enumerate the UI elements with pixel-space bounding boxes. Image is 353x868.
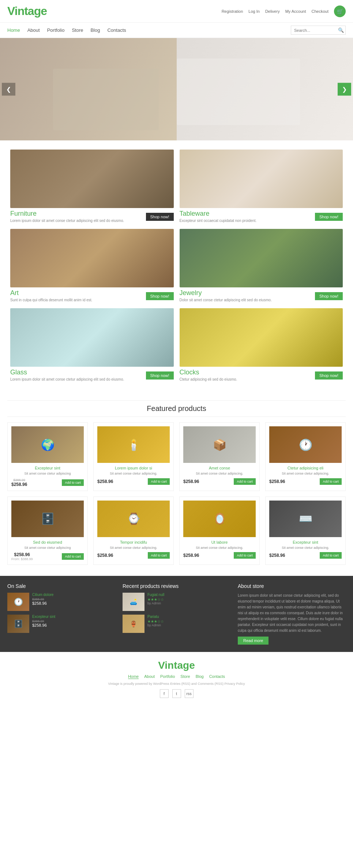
jewelry-info: Jewelry Dolor sit amet conse ctetur adip… <box>180 289 272 303</box>
product-watch-price: $258.96 <box>97 553 113 558</box>
jewelry-shop-button[interactable]: Shop now! <box>315 292 343 300</box>
checkout-link[interactable]: Checkout <box>312 9 328 14</box>
furniture-title: Furniture <box>10 210 124 218</box>
category-glass: Glass Lorem ipsum dolor sit amet conse c… <box>7 308 177 382</box>
product-typewriter-name: Excepteur sint <box>269 540 342 544</box>
nav-store[interactable]: Store <box>72 27 83 33</box>
product-globes-name: Excepteur sint <box>11 466 84 470</box>
footer-nav-portfolio[interactable]: Portfolio <box>160 674 175 679</box>
product-mirror-add-cart[interactable]: Add to cart <box>234 552 256 559</box>
search-icon: 🔍 <box>338 27 344 33</box>
hero-slider: ❮ ❯ <box>0 38 353 140</box>
glass-title: Glass <box>10 369 124 376</box>
nav-about[interactable]: About <box>27 27 40 33</box>
product-globes-prices: $388.99 $258.96 <box>11 478 27 487</box>
site-footer: Vintage Home About Portfolio Store Blog … <box>0 652 353 705</box>
twitter-icon[interactable]: t <box>172 689 181 698</box>
on-sale-title: On Sale <box>7 583 115 589</box>
review-item-2-stars: ★★★☆☆ <box>147 619 164 623</box>
product-cabinet-price-row: $258.96 From: $388.99 Add to cart <box>11 552 84 561</box>
product-candlesticks-price: $258.96 <box>97 479 113 484</box>
product-candlesticks-name: Lorem ipsum dolor si <box>97 466 170 470</box>
product-watch: ⌚ Tempor incidifu Sit amet conse ctetur … <box>93 497 174 565</box>
glass-shop-button[interactable]: Shop now! <box>146 371 174 380</box>
art-title: Art <box>10 289 92 297</box>
product-candlesticks-add-cart[interactable]: Add to cart <box>148 478 170 485</box>
on-sale-section: On Sale 🕐 Cilium dolore $388.99 $258.96 … <box>7 583 115 645</box>
footer-nav-about[interactable]: About <box>144 674 155 679</box>
product-watch-add-cart[interactable]: Add to cart <box>148 552 170 559</box>
product-box-image: 📦 <box>183 426 256 463</box>
art-shop-button[interactable]: Shop now! <box>146 292 174 300</box>
read-more-button[interactable]: Read more <box>238 637 268 645</box>
glass-footer: Glass Lorem ipsum dolor sit amet conse c… <box>10 369 174 382</box>
categories-grid: Furniture Lorem ipsum dolor sit amet con… <box>0 144 353 393</box>
hero-prev-button[interactable]: ❮ <box>2 83 15 96</box>
social-icons: f t rss <box>7 689 346 698</box>
category-furniture: Furniture Lorem ipsum dolor sit amet con… <box>7 150 177 223</box>
rss-icon[interactable]: rss <box>185 689 194 698</box>
my-account-link[interactable]: My Account <box>285 9 306 14</box>
review-item-1-stars: ★★★☆☆ <box>147 597 164 601</box>
product-mirror-image: 🪞 <box>183 501 256 537</box>
product-globes-desc: Sit amet conse ctetur adipiscing <box>11 472 84 476</box>
furniture-shop-button[interactable]: Shop now! <box>146 213 174 221</box>
product-clock-desc: Sit amet conse ctetur adipiscing. <box>269 472 342 476</box>
glass-image <box>10 308 174 367</box>
cart-button[interactable]: 🛒 <box>334 5 346 17</box>
delivery-link[interactable]: Delivery <box>265 9 280 14</box>
product-candlesticks-desc: Sit amet conse ctetur adipiscing. <box>97 472 170 476</box>
product-typewriter-desc: Sit amet conse ctetur adipiscing. <box>269 546 342 550</box>
products-row-1: 🌍 Excepteur sint Sit amet conse ctetur a… <box>7 422 346 491</box>
product-typewriter-add-cart[interactable]: Add to cart <box>320 552 342 559</box>
product-globes-image: 🌍 <box>11 426 84 463</box>
registration-link[interactable]: Registration <box>222 9 243 14</box>
footer-nav-blog[interactable]: Blog <box>196 674 204 679</box>
product-cabinet-image: 🗄️ <box>11 501 84 537</box>
about-store-text: Lorem ipsum dolor sit amet conse ctetur … <box>238 593 346 634</box>
clocks-shop-button[interactable]: Shop now! <box>315 371 343 380</box>
product-clock-add-cart[interactable]: Add to cart <box>320 478 342 485</box>
review-item-2-by: by Admin <box>147 623 164 627</box>
facebook-icon[interactable]: f <box>160 689 169 698</box>
footer-nav-store[interactable]: Store <box>180 674 190 679</box>
nav-contacts[interactable]: Contacts <box>107 27 126 33</box>
sale-item-1-image: 🕐 <box>7 593 29 611</box>
product-typewriter-price: $258.96 <box>269 553 285 558</box>
nav-portfolio[interactable]: Portfolio <box>47 27 65 33</box>
product-typewriter-price-row: $258.96 Add to cart <box>269 552 342 559</box>
furniture-footer: Furniture Lorem ipsum dolor sit amet con… <box>10 210 174 223</box>
footer-tagline: Vintage is proudly powered by WordPress … <box>7 682 346 686</box>
product-box: 📦 Amet conse Sit amet conse ctetur adipi… <box>179 422 260 491</box>
review-item-2-image: 🏺 <box>123 615 144 633</box>
glass-info: Glass Lorem ipsum dolor sit amet conse c… <box>10 369 124 382</box>
review-item-1-name: Fugiat null <box>147 593 164 597</box>
product-globes-add-cart[interactable]: Add to cart <box>62 479 84 486</box>
tableware-title: Tableware <box>180 210 257 218</box>
clocks-title: Clocks <box>180 369 237 376</box>
product-mirror: 🪞 Ut labore Sit amet conse ctetur adipis… <box>179 497 260 565</box>
footer-nav-home[interactable]: Home <box>128 674 139 679</box>
hero-next-button[interactable]: ❯ <box>338 83 351 96</box>
product-box-add-cart[interactable]: Add to cart <box>234 478 256 485</box>
review-item-1-info: Fugiat null ★★★☆☆ by Admin <box>147 593 164 611</box>
tableware-shop-button[interactable]: Shop now! <box>315 213 343 221</box>
product-box-price-row: $258.96 Add to cart <box>183 478 256 485</box>
login-link[interactable]: Log In <box>248 9 260 14</box>
product-mirror-price: $258.96 <box>183 553 199 558</box>
nav-home[interactable]: Home <box>7 27 20 33</box>
search-input[interactable] <box>294 28 338 33</box>
site-logo[interactable]: Vintage <box>7 4 47 18</box>
sale-item-1: 🕐 Cilium dolore $388.99 $258.96 <box>7 593 115 611</box>
product-candlesticks: 🕯️ Lorem ipsum dolor si Sit amet conse c… <box>93 422 174 491</box>
nav-blog[interactable]: Blog <box>90 27 100 33</box>
product-box-price: $258.96 <box>183 479 199 484</box>
top-bar: Vintage Registration Log In Delivery My … <box>0 0 353 23</box>
tableware-desc: Excepteur sint occaecat cupidatat non pr… <box>180 218 257 223</box>
footer-nav-contacts[interactable]: Contacts <box>209 674 225 679</box>
jewelry-image <box>180 229 343 287</box>
product-cabinet-from: From: $388.99 <box>11 557 33 561</box>
product-cabinet-add-cart[interactable]: Add to cart <box>62 553 84 560</box>
tableware-footer: Tableware Excepteur sint occaecat cupida… <box>180 210 343 223</box>
review-item-2: 🏺 Pariatu ★★★☆☆ by Admin <box>123 615 230 633</box>
